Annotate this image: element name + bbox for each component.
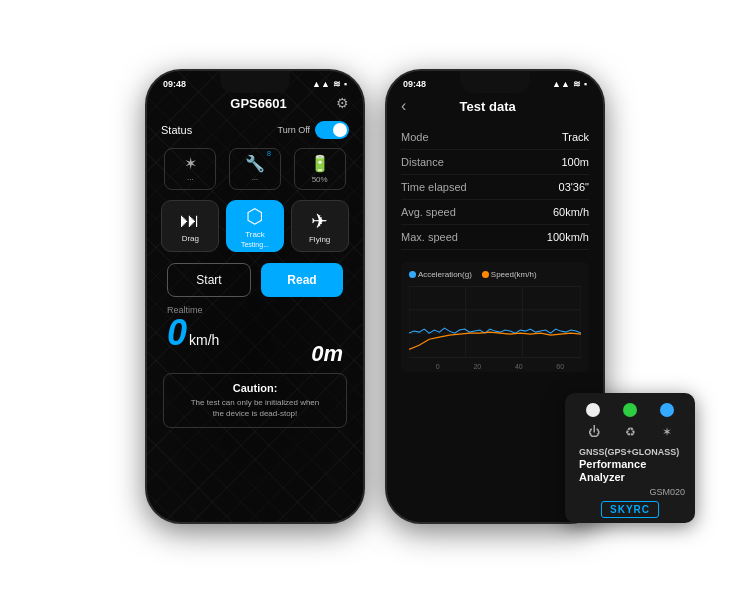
scene: 09:48 ▲▲ ≋ ▪ GPS6601 ⚙ Status Turn Off bbox=[0, 0, 750, 593]
time-elapsed-value: 03'36" bbox=[559, 181, 589, 193]
track-icon: ⬡ bbox=[246, 204, 263, 228]
device-sku: GSM020 bbox=[579, 487, 685, 497]
speed-dot bbox=[482, 271, 489, 278]
mode-value: Track bbox=[562, 131, 589, 143]
drag-icon: ⏭ bbox=[180, 209, 200, 232]
sync-icon: ♻ bbox=[625, 425, 636, 439]
phone1-header: GPS6601 ⚙ bbox=[147, 93, 363, 117]
read-button[interactable]: Read bbox=[261, 263, 343, 297]
phone2-header: ‹ Test data bbox=[387, 93, 603, 121]
green-indicator bbox=[623, 403, 637, 417]
max-speed-value: 100km/h bbox=[547, 231, 589, 243]
caution-body: The test can only be initialized whenthe… bbox=[174, 397, 336, 419]
phone1-status-bar: 09:48 ▲▲ ≋ ▪ bbox=[147, 71, 363, 93]
start-button[interactable]: Start bbox=[167, 263, 251, 297]
gear-icon[interactable]: ⚙ bbox=[336, 95, 349, 111]
p2-wifi-icon: ≋ bbox=[573, 79, 581, 89]
status-label: Status bbox=[161, 124, 192, 136]
x-label-40: 40 bbox=[515, 363, 523, 370]
x-axis-labels: 0 20 40 60 bbox=[409, 363, 581, 370]
phone1-status-icons: ▲▲ ≋ ▪ bbox=[312, 79, 347, 89]
x-label-0: 0 bbox=[436, 363, 440, 370]
phone2-time: 09:48 bbox=[403, 79, 426, 89]
device-box: ⏻ ♻ ✶ GNSS(GPS+GLONASS) Performance Anal… bbox=[565, 393, 695, 523]
toggle-track bbox=[315, 121, 349, 139]
wrench-label: ··· bbox=[252, 175, 259, 184]
power-icon: ⏻ bbox=[588, 425, 600, 439]
phone2-status-bar: 09:48 ▲▲ ≋ ▪ bbox=[387, 71, 603, 93]
turn-off-toggle[interactable]: Turn Off bbox=[277, 121, 349, 139]
bluetooth-box: ✶ ··· bbox=[164, 148, 216, 190]
device-model2: Analyzer bbox=[579, 471, 685, 483]
table-row: Max. speed 100km/h bbox=[401, 225, 589, 250]
battery-icon-box: 🔋 bbox=[310, 154, 330, 173]
realtime-speed-unit: km/h bbox=[189, 332, 219, 348]
accel-dot bbox=[409, 271, 416, 278]
phone1: 09:48 ▲▲ ≋ ▪ GPS6601 ⚙ Status Turn Off bbox=[145, 69, 365, 524]
mode-label: Mode bbox=[401, 131, 429, 143]
toggle-thumb bbox=[333, 123, 347, 137]
drag-label: Drag bbox=[182, 234, 199, 243]
distance-value: 100m bbox=[561, 156, 589, 168]
track-mode-btn[interactable]: ⬡ Track Testing... bbox=[226, 200, 284, 252]
speed-legend-label: Speed(km/h) bbox=[491, 270, 537, 279]
chart-area: 1.5 1.0 0.5 0 8 4 0 bbox=[409, 283, 581, 361]
device-indicators bbox=[575, 403, 685, 417]
track-sublabel: Testing... bbox=[241, 241, 269, 248]
table-row: Mode Track bbox=[401, 125, 589, 150]
chart-svg: 1.5 1.0 0.5 0 8 4 0 bbox=[409, 283, 581, 361]
accel-legend-label: Acceleration(g) bbox=[418, 270, 472, 279]
avg-speed-label: Avg. speed bbox=[401, 206, 456, 218]
table-row: Time elapsed 03'36" bbox=[401, 175, 589, 200]
performance-chart: Acceleration(g) Speed(km/h) bbox=[401, 262, 589, 372]
avg-speed-value: 60km/h bbox=[553, 206, 589, 218]
x-label-60: 60 bbox=[556, 363, 564, 370]
chart-legend: Acceleration(g) Speed(km/h) bbox=[409, 270, 581, 279]
bluetooth-device-icon: ✶ bbox=[662, 425, 672, 439]
white-indicator bbox=[586, 403, 600, 417]
wifi-icon: ≋ bbox=[333, 79, 341, 89]
actions-row: Start Read bbox=[147, 257, 363, 303]
max-speed-label: Max. speed bbox=[401, 231, 458, 243]
modes-row: ⏭ Drag ⬡ Track Testing... ✈ Flying bbox=[147, 195, 363, 257]
bluetooth-icon: ✶ bbox=[184, 154, 197, 173]
speed-legend: Speed(km/h) bbox=[482, 270, 537, 279]
data-table: Mode Track Distance 100m Time elapsed 03… bbox=[387, 121, 603, 254]
drag-mode-btn[interactable]: ⏭ Drag bbox=[161, 200, 219, 252]
p2-battery-icon: ▪ bbox=[584, 79, 587, 89]
x-label-20: 20 bbox=[473, 363, 481, 370]
phone1-title: GPS6601 bbox=[181, 96, 336, 111]
battery-box: 🔋 50% bbox=[294, 148, 346, 190]
track-label: Track bbox=[245, 230, 265, 239]
realtime-section: Realtime 0 km/h 0m bbox=[147, 303, 363, 369]
flying-label: Flying bbox=[309, 235, 330, 244]
table-row: Avg. speed 60km/h bbox=[401, 200, 589, 225]
battery-pct: 50% bbox=[312, 175, 328, 184]
blue-indicator bbox=[660, 403, 674, 417]
accel-legend: Acceleration(g) bbox=[409, 270, 472, 279]
phone1-status-row: Status Turn Off bbox=[147, 117, 363, 143]
device-brand: GNSS(GPS+GLONASS) bbox=[579, 447, 685, 458]
skyrc-logo: SKYRC bbox=[601, 501, 659, 518]
wrench-box: 🔧 8 ··· bbox=[229, 148, 281, 190]
phone1-screen: 09:48 ▲▲ ≋ ▪ GPS6601 ⚙ Status Turn Off bbox=[147, 71, 363, 522]
flying-mode-btn[interactable]: ✈ Flying bbox=[291, 200, 349, 252]
wrench-icon: 🔧 8 bbox=[245, 154, 265, 173]
caution-title: Caution: bbox=[174, 382, 336, 394]
device-model: Performance bbox=[579, 458, 685, 471]
device-footer: SKYRC bbox=[575, 501, 685, 518]
phone2-status-icons: ▲▲ ≋ ▪ bbox=[552, 79, 587, 89]
toggle-label: Turn Off bbox=[277, 125, 310, 135]
bluetooth-label: ··· bbox=[187, 175, 194, 184]
phone1-time: 09:48 bbox=[163, 79, 186, 89]
phone2-title: Test data bbox=[406, 99, 569, 114]
p2-signal-icon: ▲▲ bbox=[552, 79, 570, 89]
device-icons-row: ✶ ··· 🔧 8 ··· 🔋 50% bbox=[147, 143, 363, 195]
flying-icon: ✈ bbox=[311, 209, 328, 233]
battery-icon: ▪ bbox=[344, 79, 347, 89]
realtime-speed: 0 bbox=[167, 315, 187, 351]
device-text: GNSS(GPS+GLONASS) Performance Analyzer G… bbox=[575, 447, 685, 497]
caution-box: Caution: The test can only be initialize… bbox=[163, 373, 347, 428]
signal-icon: ▲▲ bbox=[312, 79, 330, 89]
time-elapsed-label: Time elapsed bbox=[401, 181, 467, 193]
